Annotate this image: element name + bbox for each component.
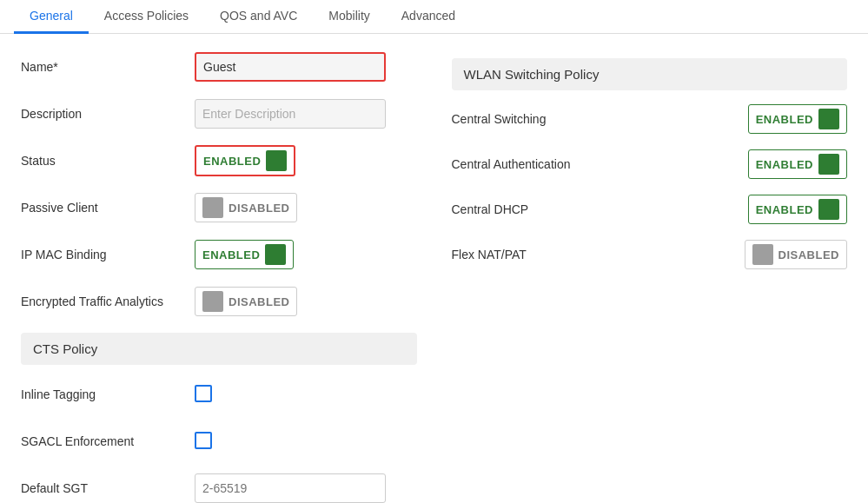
- inline-tagging-label: Inline Tagging: [21, 387, 195, 401]
- central-switching-label: Central Switching: [452, 112, 748, 126]
- inline-tagging-checkbox[interactable]: [195, 385, 212, 402]
- central-authentication-toggle-label: ENABLED: [756, 158, 813, 171]
- right-column: WLAN Switching Policy Central Switching …: [452, 51, 848, 503]
- central-switching-toggle[interactable]: ENABLED: [748, 104, 847, 134]
- description-label: Description: [21, 107, 195, 121]
- ip-mac-control: ENABLED: [195, 240, 417, 269]
- ip-mac-label: IP MAC Binding: [21, 248, 195, 261]
- tab-advanced[interactable]: Advanced: [386, 0, 471, 34]
- flex-nat-label: Flex NAT/PAT: [452, 248, 745, 261]
- name-control: [195, 52, 417, 82]
- ip-mac-toggle[interactable]: ENABLED: [195, 240, 294, 269]
- central-dhcp-row: Central DHCP ENABLED: [452, 195, 848, 224]
- central-authentication-label: Central Authentication: [452, 157, 748, 171]
- flex-nat-toggle[interactable]: DISABLED: [745, 240, 847, 269]
- status-row: Status ENABLED: [21, 145, 417, 176]
- central-dhcp-label: Central DHCP: [452, 202, 748, 216]
- tab-general[interactable]: General: [14, 0, 89, 34]
- description-row: Description: [21, 98, 417, 129]
- central-dhcp-indicator: [818, 199, 839, 220]
- tab-mobility[interactable]: Mobility: [313, 0, 385, 34]
- passive-client-control: DISABLED: [195, 193, 417, 222]
- passive-client-label: Passive Client: [21, 201, 195, 215]
- encrypted-traffic-indicator: [202, 291, 223, 312]
- name-row: Name*: [21, 51, 417, 83]
- main-content: Name* Description Status ENABLED Pa: [0, 34, 868, 503]
- passive-client-indicator: [202, 197, 223, 218]
- central-authentication-indicator: [818, 154, 839, 175]
- central-dhcp-toggle-label: ENABLED: [756, 203, 813, 216]
- status-label: Status: [21, 154, 195, 168]
- sgacl-label: SGACL Enforcement: [21, 434, 195, 448]
- sgacl-checkbox[interactable]: [195, 432, 212, 449]
- central-authentication-control: ENABLED: [748, 149, 847, 179]
- name-label: Name*: [21, 60, 195, 74]
- default-sgt-input[interactable]: [195, 473, 386, 503]
- ip-mac-indicator: [265, 244, 286, 265]
- encrypted-traffic-toggle[interactable]: DISABLED: [195, 287, 297, 316]
- default-sgt-control: [195, 473, 417, 503]
- encrypted-traffic-row: Encrypted Traffic Analytics DISABLED: [21, 286, 417, 317]
- tab-access-policies[interactable]: Access Policies: [89, 0, 204, 34]
- flex-nat-toggle-label: DISABLED: [779, 248, 839, 261]
- central-authentication-toggle[interactable]: ENABLED: [748, 149, 847, 179]
- central-switching-toggle-label: ENABLED: [756, 113, 813, 126]
- left-column: Name* Description Status ENABLED Pa: [21, 51, 417, 503]
- cts-policy-header: CTS Policy: [21, 333, 417, 365]
- central-authentication-row: Central Authentication ENABLED: [452, 149, 848, 179]
- tab-bar: General Access Policies QOS and AVC Mobi…: [0, 0, 868, 34]
- ip-mac-row: IP MAC Binding ENABLED: [21, 239, 417, 270]
- name-input[interactable]: [195, 52, 386, 82]
- flex-nat-row: Flex NAT/PAT DISABLED: [452, 240, 848, 269]
- flex-nat-control: DISABLED: [745, 240, 847, 269]
- sgacl-row: SGACL Enforcement: [21, 426, 417, 457]
- tab-qos-avc[interactable]: QOS and AVC: [204, 0, 313, 34]
- passive-client-toggle[interactable]: DISABLED: [195, 193, 297, 222]
- central-dhcp-control: ENABLED: [748, 195, 847, 224]
- default-sgt-label: Default SGT: [21, 481, 195, 495]
- description-control: [195, 99, 417, 129]
- status-control: ENABLED: [195, 145, 417, 176]
- status-toggle-label: ENABLED: [203, 155, 261, 168]
- sgacl-control: [195, 432, 417, 452]
- central-switching-control: ENABLED: [748, 104, 847, 134]
- encrypted-traffic-toggle-label: DISABLED: [229, 295, 289, 308]
- central-switching-indicator: [818, 109, 839, 129]
- inline-tagging-control: [195, 385, 417, 405]
- status-toggle-indicator: [266, 150, 287, 171]
- status-toggle[interactable]: ENABLED: [195, 145, 295, 176]
- inline-tagging-row: Inline Tagging: [21, 379, 417, 410]
- central-dhcp-toggle[interactable]: ENABLED: [748, 195, 847, 224]
- wlan-section-header: WLAN Switching Policy: [452, 58, 848, 90]
- central-switching-row: Central Switching ENABLED: [452, 104, 848, 134]
- encrypted-traffic-label: Encrypted Traffic Analytics: [21, 295, 195, 308]
- passive-client-row: Passive Client DISABLED: [21, 192, 417, 223]
- flex-nat-indicator: [752, 244, 773, 265]
- ip-mac-toggle-label: ENABLED: [202, 248, 260, 261]
- encrypted-traffic-control: DISABLED: [195, 287, 417, 316]
- default-sgt-row: Default SGT: [21, 473, 417, 503]
- passive-client-toggle-label: DISABLED: [229, 202, 289, 215]
- description-input[interactable]: [195, 99, 386, 129]
